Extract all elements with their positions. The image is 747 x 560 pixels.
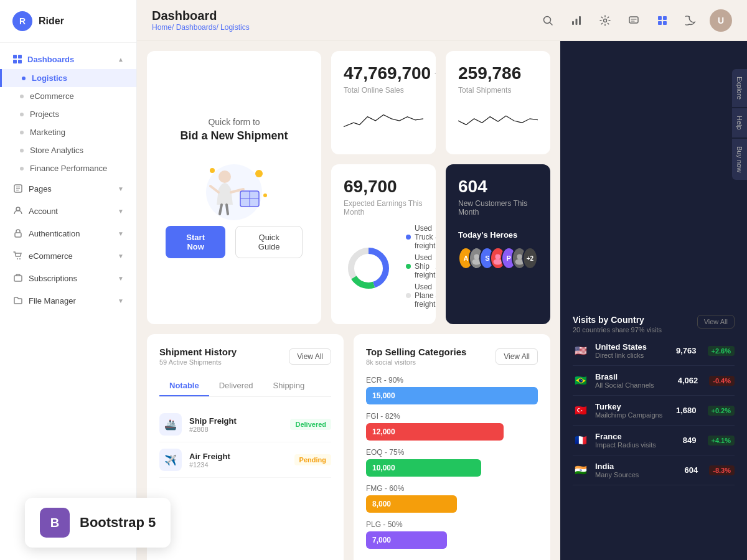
sidebar-item-subscriptions[interactable]: Subscriptions ▼	[0, 267, 136, 289]
chevron-down-icon: ▼	[118, 297, 124, 304]
start-now-button[interactable]: Start Now	[166, 226, 225, 258]
chevron-down-icon: ▼	[118, 253, 124, 259]
tab-delivered[interactable]: Delivered	[209, 376, 263, 396]
sidebar-nav: Dashboards ▲ Logistics eCommerce Project…	[0, 43, 136, 560]
svg-rect-19	[629, 17, 638, 23]
hero-avatar-count: +2	[522, 247, 538, 269]
svg-rect-0	[13, 55, 17, 58]
logo-icon: R	[12, 11, 32, 31]
ship-id: #2808	[189, 426, 283, 433]
sidebar-item-account[interactable]: Account ▼	[0, 200, 136, 222]
bar-plg: PLG - 50% 7,000	[366, 520, 538, 549]
dark-mode-toggle[interactable]	[681, 11, 701, 30]
stat-card-earnings: 69,700 Expected Earnings This Month	[331, 164, 436, 324]
sidebar-item-projects[interactable]: Projects	[0, 105, 136, 123]
shipment-subtitle: 59 Active Shipments	[159, 358, 237, 366]
flag-fr: 🇫🇷	[573, 435, 589, 446]
stat-value-sales: 47,769,700	[344, 63, 431, 83]
explore-tab[interactable]: Explore	[732, 69, 747, 107]
svg-line-14	[550, 22, 553, 25]
stat-value-customers: 604	[458, 177, 487, 197]
country-br: 🇧🇷 Brasil All Social Channels 4,062 -0.4…	[573, 366, 735, 396]
svg-rect-9	[15, 233, 21, 237]
messages-icon[interactable]	[624, 11, 644, 30]
header-left: Dashboard Home/ Dashboards/ Logistics	[152, 9, 250, 32]
sidebar-item-ecommerce[interactable]: eCommerce	[0, 87, 136, 105]
main-content: Dashboard Home/ Dashboards/ Logistics	[137, 0, 747, 560]
nav-dot	[20, 167, 24, 170]
svg-point-25	[210, 168, 215, 173]
nav-dot	[20, 131, 24, 134]
sidebar-item-pages[interactable]: Pages ▼	[0, 177, 136, 200]
svg-line-35	[227, 205, 228, 214]
sidebar-item-marketing[interactable]: Marketing	[0, 123, 136, 141]
subscriptions-icon	[12, 273, 24, 284]
nav-dot	[22, 77, 26, 80]
stat-label-shipments: Total Shipments	[458, 86, 538, 95]
analytics-icon[interactable]	[566, 11, 586, 30]
flag-us: 🇺🇸	[573, 345, 589, 357]
nav-dot	[20, 149, 24, 152]
flag-br: 🇧🇷	[573, 375, 589, 386]
buy-now-tab[interactable]: Buy now	[732, 139, 747, 180]
svg-rect-16	[576, 19, 578, 25]
shipment-view-all[interactable]: View All	[289, 348, 331, 365]
tab-shipping[interactable]: Shipping	[263, 376, 315, 396]
svg-rect-21	[663, 16, 667, 20]
stat-value-earnings: 69,700	[344, 177, 397, 197]
stat-value-shipments: 259,786	[458, 63, 521, 83]
sidebar: R Rider Dashboards ▲ Logistics eCommerce	[0, 0, 137, 560]
chevron-down-icon: ▼	[118, 185, 124, 192]
change-us: +2.6%	[708, 346, 735, 356]
svg-point-28	[218, 170, 231, 183]
user-avatar[interactable]: U	[710, 9, 732, 32]
donut-chart	[344, 243, 393, 293]
search-icon[interactable]	[538, 11, 558, 30]
sidebar-item-store-analytics[interactable]: Store Analytics	[0, 141, 136, 159]
selling-view-all[interactable]: View All	[496, 348, 538, 365]
settings-icon[interactable]	[595, 11, 615, 30]
svg-point-18	[604, 19, 607, 22]
sidebar-item-authentication[interactable]: Authentication ▼	[0, 222, 136, 245]
chevron-down-icon: ▼	[118, 230, 124, 237]
stat-card-shipments: 259,786 Total Shipments	[446, 51, 550, 154]
svg-rect-2	[13, 60, 17, 63]
bar-ecr-track: 15,000	[366, 387, 538, 404]
ship-id-2: #1234	[189, 461, 287, 469]
sidebar-item-ecommerce-nav[interactable]: eCommerce ▼	[0, 245, 136, 267]
logo-area[interactable]: R Rider	[0, 0, 136, 43]
side-tabs: Explore Help Buy now	[732, 69, 747, 180]
watermark: B Bootstrap 5	[25, 498, 171, 548]
visits-title: Visits by Country	[573, 315, 662, 325]
visits-view-all[interactable]: View All	[697, 315, 735, 329]
dashboards-section[interactable]: Dashboards ▲	[0, 49, 136, 69]
bar-plg-track: 7,000	[366, 531, 447, 549]
shipment-title: Shipment History	[159, 347, 237, 357]
country-us: 🇺🇸 United States Direct link clicks 9,76…	[573, 336, 735, 366]
apps-icon[interactable]	[652, 11, 672, 30]
svg-rect-15	[572, 21, 574, 25]
filemanager-icon	[12, 295, 24, 306]
selling-subtitle: 8k social visitors	[366, 358, 466, 366]
svg-point-43	[517, 254, 522, 259]
sidebar-item-filemanager[interactable]: File Manager ▼	[0, 289, 136, 312]
help-tab[interactable]: Help	[732, 108, 747, 138]
change-br: -0.4%	[709, 376, 735, 386]
sidebar-item-finance[interactable]: Finance Performance	[0, 159, 136, 177]
tab-notable[interactable]: Notable	[159, 376, 209, 396]
right-panel: Visits by Country 20 countries share 97%…	[560, 41, 747, 560]
quick-form-title: Bid a New Shipment	[180, 129, 288, 142]
bootstrap-text: Bootstrap 5	[80, 515, 156, 531]
quick-guide-button[interactable]: Quick Guide	[235, 226, 303, 258]
content-area: Quick form to Bid a New Shipment	[137, 41, 747, 560]
bar-eoq: EOQ - 75% 10,000	[366, 448, 538, 477]
change-in: -8.3%	[709, 465, 735, 475]
svg-rect-17	[579, 16, 581, 25]
sidebar-item-logistics[interactable]: Logistics	[0, 69, 136, 87]
bar-fmg: FMG - 60% 8,000	[366, 484, 538, 513]
header-right: U	[538, 9, 732, 32]
svg-point-26	[255, 170, 263, 177]
ship-name: Ship Freight	[189, 416, 283, 426]
shipment-history-card: Shipment History 59 Active Shipments Vie…	[147, 334, 344, 560]
ship-badge-pending: Pending	[294, 454, 331, 465]
